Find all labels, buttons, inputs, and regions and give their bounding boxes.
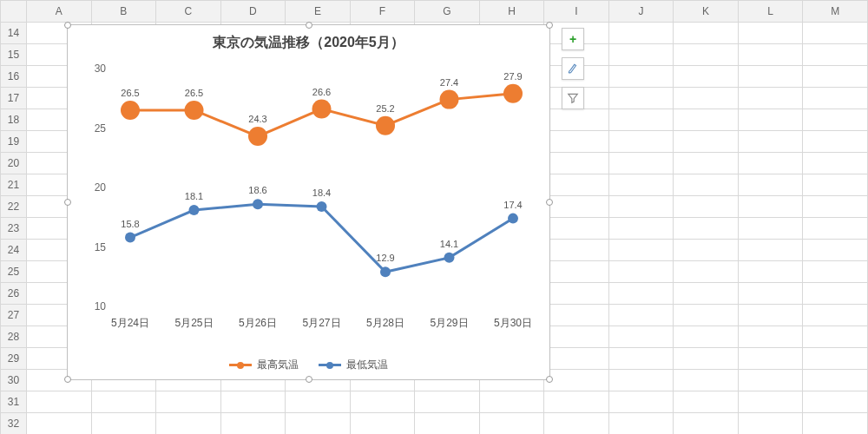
cell[interactable]: [674, 305, 739, 326]
cell[interactable]: [803, 174, 868, 196]
cell[interactable]: [674, 66, 739, 88]
cell[interactable]: [738, 283, 803, 305]
cell[interactable]: [803, 88, 868, 109]
cell[interactable]: [27, 413, 92, 435]
chart-styles-button[interactable]: [562, 57, 584, 80]
chart-elements-button[interactable]: +: [562, 28, 584, 50]
row-header-17[interactable]: 17: [1, 88, 27, 109]
cell[interactable]: [738, 66, 803, 88]
cell[interactable]: [803, 66, 868, 88]
cell[interactable]: [803, 44, 868, 66]
cell[interactable]: [608, 196, 674, 218]
cell[interactable]: [803, 218, 868, 240]
col-header-E[interactable]: E: [286, 1, 351, 23]
cell[interactable]: [738, 413, 803, 435]
cell[interactable]: [27, 391, 92, 413]
cell[interactable]: [674, 261, 739, 283]
cell[interactable]: [350, 391, 415, 413]
cell[interactable]: [415, 413, 480, 435]
cell[interactable]: [350, 413, 415, 435]
col-header-C[interactable]: C: [156, 1, 221, 23]
cell[interactable]: [803, 261, 868, 283]
cell[interactable]: [674, 44, 739, 66]
cell[interactable]: [544, 391, 609, 413]
cell[interactable]: [220, 413, 286, 435]
cell[interactable]: [674, 391, 739, 413]
cell[interactable]: [803, 196, 868, 218]
cell[interactable]: [544, 348, 609, 370]
cell[interactable]: [608, 261, 674, 283]
row-header-24[interactable]: 24: [1, 240, 27, 261]
cell[interactable]: [674, 413, 739, 435]
cell[interactable]: [803, 413, 868, 435]
cell[interactable]: [738, 23, 803, 44]
cell[interactable]: [674, 196, 739, 218]
row-header-31[interactable]: 31: [1, 391, 27, 413]
cell[interactable]: [803, 131, 868, 153]
cell[interactable]: [674, 23, 739, 44]
cell[interactable]: [608, 326, 674, 348]
cell[interactable]: [674, 88, 739, 109]
cell[interactable]: [608, 218, 674, 240]
cell[interactable]: [608, 23, 674, 44]
col-header-H[interactable]: H: [479, 1, 544, 23]
row-header-32[interactable]: 32: [1, 413, 27, 435]
row-header-25[interactable]: 25: [1, 261, 27, 283]
row-header-14[interactable]: 14: [1, 23, 27, 44]
col-header-M[interactable]: M: [803, 1, 868, 23]
row-header-19[interactable]: 19: [1, 131, 27, 153]
cell[interactable]: [544, 413, 609, 435]
row-header-30[interactable]: 30: [1, 370, 27, 391]
cell[interactable]: [738, 174, 803, 196]
cell[interactable]: [544, 196, 609, 218]
spreadsheet-grid[interactable]: ABCDEFGHIJKLM141516171819202122232425262…: [0, 0, 868, 434]
col-header-F[interactable]: F: [350, 1, 415, 23]
row-header-20[interactable]: 20: [1, 153, 27, 174]
cell[interactable]: [674, 240, 739, 261]
cell[interactable]: [738, 109, 803, 131]
cell[interactable]: [738, 391, 803, 413]
cell[interactable]: [803, 23, 868, 44]
cell[interactable]: [479, 413, 544, 435]
cell[interactable]: [544, 283, 609, 305]
col-header-A[interactable]: A: [27, 1, 92, 23]
cell[interactable]: [544, 370, 609, 391]
cell[interactable]: [91, 413, 156, 435]
cell[interactable]: [674, 109, 739, 131]
cell[interactable]: [803, 153, 868, 174]
row-header-29[interactable]: 29: [1, 348, 27, 370]
cell[interactable]: [803, 283, 868, 305]
cell[interactable]: [544, 131, 609, 153]
cell[interactable]: [544, 261, 609, 283]
col-header-D[interactable]: D: [220, 1, 286, 23]
cell[interactable]: [674, 326, 739, 348]
cell[interactable]: [738, 131, 803, 153]
row-header-18[interactable]: 18: [1, 109, 27, 131]
col-header-B[interactable]: B: [91, 1, 156, 23]
cell[interactable]: [608, 283, 674, 305]
col-header-G[interactable]: G: [415, 1, 480, 23]
row-header-23[interactable]: 23: [1, 218, 27, 240]
cell[interactable]: [608, 174, 674, 196]
cell[interactable]: [156, 391, 221, 413]
cell[interactable]: [738, 196, 803, 218]
cell[interactable]: [608, 348, 674, 370]
cell[interactable]: [738, 261, 803, 283]
cell[interactable]: [608, 413, 674, 435]
cell[interactable]: [803, 348, 868, 370]
cell[interactable]: [674, 153, 739, 174]
cell[interactable]: [674, 283, 739, 305]
cell[interactable]: [674, 218, 739, 240]
cell[interactable]: [220, 391, 286, 413]
cell[interactable]: [738, 88, 803, 109]
cell[interactable]: [608, 305, 674, 326]
cell[interactable]: [738, 44, 803, 66]
cell[interactable]: [803, 240, 868, 261]
cell[interactable]: [415, 391, 480, 413]
cell[interactable]: [674, 131, 739, 153]
row-header-22[interactable]: 22: [1, 196, 27, 218]
embedded-chart[interactable]: 東京の気温推移（2020年5月） 26.526.524.326.625.227.…: [67, 24, 550, 380]
cell[interactable]: [674, 370, 739, 391]
cell[interactable]: [479, 391, 544, 413]
cell[interactable]: [738, 305, 803, 326]
